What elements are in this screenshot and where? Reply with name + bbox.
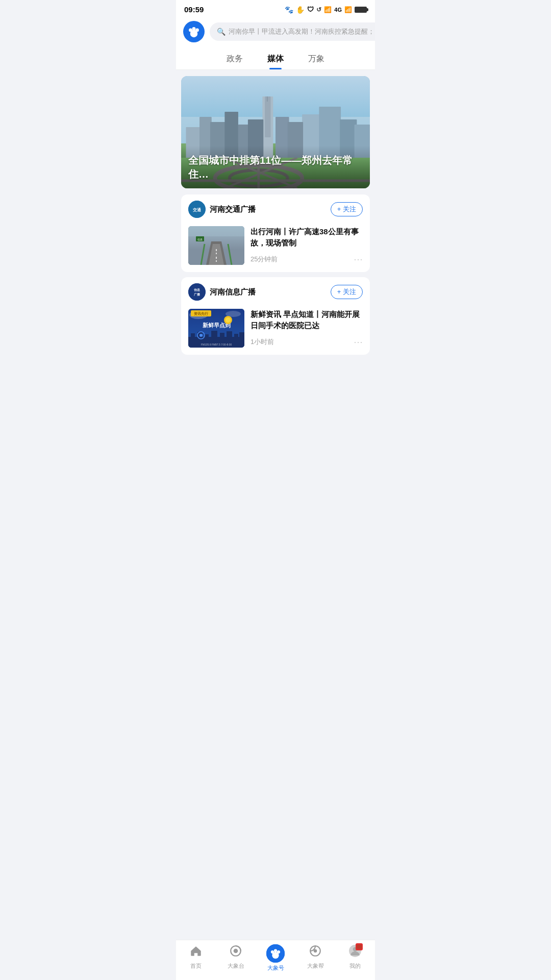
svg-text:资讯先行: 资讯先行 <box>194 311 209 315</box>
svg-rect-11 <box>265 96 270 137</box>
tab-world[interactable]: 万象 <box>306 51 327 69</box>
daxianghao-icon <box>266 944 285 963</box>
daxiangtai-icon <box>229 944 242 961</box>
header: 🔍 河南你早丨甲流进入高发期！河南疾控紧急提醒；… <box>176 17 375 47</box>
svg-text:信息: 信息 <box>193 288 201 291</box>
news-content-info: 新鲜资讯 早点知道丨河南能开展日间手术的医院已达 1小时前 ⋯ <box>251 309 363 348</box>
news-item-traffic[interactable]: 信息 出行河南丨许广高速38公里有事故，现场管制 25分钟前 ⋯ <box>181 222 370 272</box>
svg-point-66 <box>271 950 274 953</box>
main-content: 全国城市中排第11位——郑州去年常住… 交通 河南交通广播 + 关注 <box>176 76 375 401</box>
category-tabs: 政务 媒体 万象 <box>176 47 375 70</box>
news-card-info: 信息 广播 河南信息广播 + 关注 <box>181 277 370 355</box>
avatar-traffic-radio: 交通 <box>188 201 206 218</box>
svg-text:信息: 信息 <box>197 238 203 241</box>
news-footer-info: 1小时前 ⋯ <box>251 336 363 348</box>
nav-daxianghao-label: 大象号 <box>267 964 284 972</box>
nav-home-label: 首页 <box>190 962 202 970</box>
nav-daxiangbang[interactable]: 大象帮 <box>300 944 331 972</box>
news-title-traffic: 出行河南丨许广高速38公里有事故，现场管制 <box>251 226 363 249</box>
4g-label: 4G <box>334 7 342 13</box>
wifi-icon: 📶 <box>324 6 332 13</box>
svg-point-68 <box>277 950 280 953</box>
avatar-badge <box>356 943 363 950</box>
svg-rect-59 <box>239 332 244 347</box>
news-thumb-info: 资讯先行 新鲜早点到 <box>188 309 244 348</box>
daxiangbang-icon <box>309 944 322 961</box>
hero-banner[interactable]: 全国城市中排第11位——郑州去年常住… <box>181 76 370 188</box>
hero-title: 全国城市中排第11位——郑州去年常住… <box>188 154 363 181</box>
svg-text:交通: 交通 <box>193 207 202 212</box>
thumb-road-bg: 信息 <box>188 226 244 265</box>
source-name-info: 河南信息广播 <box>210 287 256 297</box>
paw-logo-icon <box>187 25 201 38</box>
nav-home[interactable]: 首页 <box>181 944 211 972</box>
battery-icon <box>355 7 367 13</box>
news-card-traffic: 交通 河南交通广播 + 关注 <box>181 194 370 272</box>
svg-rect-58 <box>234 334 238 347</box>
svg-point-3 <box>195 29 199 32</box>
svg-point-61 <box>199 334 203 337</box>
news-content-traffic: 出行河南丨许广高速38公里有事故，现场管制 25分钟前 ⋯ <box>251 226 363 265</box>
road-thumb-svg: 信息 <box>188 226 244 265</box>
svg-point-40 <box>188 283 206 301</box>
avatar-info-radio: 信息 广播 <box>188 283 206 301</box>
avatar-wrap <box>348 944 362 961</box>
more-btn-info[interactable]: ⋯ <box>354 336 363 348</box>
news-title-info: 新鲜资讯 早点知道丨河南能开展日间手术的医院已达 <box>251 309 363 331</box>
badge-inner <box>357 945 362 949</box>
hand-icon: ✋ <box>296 6 305 14</box>
shield-icon: 🛡 <box>307 6 314 13</box>
search-icon: 🔍 <box>217 28 226 36</box>
wifi-rotate-icon: ↺ <box>316 6 321 13</box>
media-source-info: 信息 广播 河南信息广播 + 关注 <box>181 277 370 305</box>
news-item-info[interactable]: 资讯先行 新鲜早点到 <box>181 305 370 355</box>
app-logo[interactable] <box>183 21 205 42</box>
news-thumb-traffic: 信息 <box>188 226 244 265</box>
time: 09:59 <box>184 5 204 14</box>
search-placeholder-text: 河南你早丨甲流进入高发期！河南疾控紧急提醒；… <box>229 27 375 36</box>
fresh-thumb-svg: 资讯先行 新鲜早点到 <box>188 309 244 348</box>
signal-icon: 📶 <box>344 6 352 13</box>
source-name-traffic: 河南交通广播 <box>210 205 256 214</box>
svg-text:广播: 广播 <box>194 292 201 296</box>
tab-media[interactable]: 媒体 <box>265 51 286 69</box>
svg-point-50 <box>226 317 231 323</box>
tab-politics[interactable]: 政务 <box>224 51 245 69</box>
nav-daxiangtai[interactable]: 大象台 <box>220 944 251 972</box>
news-footer-traffic: 25分钟前 ⋯ <box>251 254 363 265</box>
search-bar[interactable]: 🔍 河南你早丨甲流进入高发期！河南疾控紧急提醒；… <box>210 22 375 41</box>
svg-marker-12 <box>267 96 268 102</box>
source-left-info: 信息 广播 河南信息广播 <box>188 283 256 301</box>
follow-btn-traffic[interactable]: + 关注 <box>331 202 363 216</box>
nav-mine[interactable]: 我的 <box>340 944 370 972</box>
thumb-fresh-bg: 资讯先行 新鲜早点到 <box>188 309 244 348</box>
bottom-nav: 首页 大象台 大象号 <box>176 940 375 980</box>
svg-rect-52 <box>191 333 195 347</box>
status-icons: 🐾 ✋ 🛡 ↺ 📶 4G 📶 <box>285 6 367 14</box>
nav-daxianghao[interactable]: 大象号 <box>260 944 291 972</box>
svg-point-67 <box>274 949 277 952</box>
svg-text:FM105.6  FM97.5  7:00-8:00: FM105.6 FM97.5 7:00-8:00 <box>201 343 232 346</box>
nav-daxiangbang-label: 大象帮 <box>307 962 324 970</box>
follow-btn-info[interactable]: + 关注 <box>331 285 363 299</box>
home-icon <box>189 944 203 961</box>
hero-overlay: 全国城市中排第11位——郑州去年常住… <box>181 145 370 188</box>
svg-point-64 <box>234 949 238 953</box>
status-bar: 09:59 🐾 ✋ 🛡 ↺ 📶 4G 📶 <box>176 0 375 17</box>
paw-icon: 🐾 <box>285 6 293 14</box>
news-time-traffic: 25分钟前 <box>251 255 278 264</box>
news-time-info: 1小时前 <box>251 337 274 347</box>
media-source-traffic: 交通 河南交通广播 + 关注 <box>181 194 370 222</box>
svg-point-2 <box>192 27 196 31</box>
nav-mine-label: 我的 <box>349 962 361 970</box>
source-left-traffic: 交通 河南交通广播 <box>188 201 256 218</box>
svg-point-1 <box>189 29 192 32</box>
info-radio-logo: 信息 广播 <box>188 283 206 301</box>
nav-daxiangtai-label: 大象台 <box>228 962 244 970</box>
traffic-radio-logo: 交通 <box>188 201 206 218</box>
more-btn-traffic[interactable]: ⋯ <box>354 254 363 265</box>
svg-rect-39 <box>188 226 244 236</box>
